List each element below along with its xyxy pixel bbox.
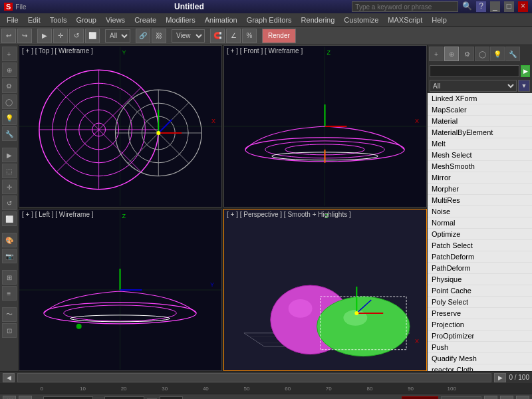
modifier-list-item[interactable]: Mirror xyxy=(428,172,532,184)
modifier-list-item[interactable]: Linked XForm xyxy=(428,93,532,104)
angle-snap-btn[interactable]: ∠ xyxy=(226,29,241,43)
modifier-list-item[interactable]: Melt xyxy=(428,138,532,150)
record-icon[interactable]: ⏺ xyxy=(19,396,32,399)
menu-views[interactable]: Views xyxy=(102,15,129,25)
viewport-top[interactable]: [ + ] [ Top ] [ Wireframe ] X Y xyxy=(19,45,222,207)
menu-maxscript[interactable]: MAXScript xyxy=(384,15,426,25)
schematic-icon[interactable]: ⊡ xyxy=(2,323,17,338)
modifier-list-item[interactable]: Push xyxy=(428,342,532,353)
close-btn[interactable]: × xyxy=(518,1,528,12)
menu-edit[interactable]: Edit xyxy=(24,15,45,25)
filter-select[interactable]: All xyxy=(105,29,130,43)
modifier-list-item[interactable]: PathDeform xyxy=(428,263,532,274)
menu-customize[interactable]: Customize xyxy=(340,15,382,25)
move-btn[interactable]: ✛ xyxy=(53,29,68,43)
undo-btn[interactable]: ↩ xyxy=(1,29,16,43)
view-select[interactable]: View xyxy=(172,29,205,43)
search-icon[interactable]: 🔍 xyxy=(462,1,472,12)
motion-icon[interactable]: ◯ xyxy=(2,94,17,109)
menu-animation[interactable]: Animation xyxy=(201,15,241,25)
menu-group[interactable]: Group xyxy=(72,15,100,25)
render-region-icon[interactable]: 📷 xyxy=(2,249,17,263)
utilities-icon[interactable]: 🔧 xyxy=(2,126,17,141)
prev-frame-btn[interactable]: |◀ xyxy=(484,396,497,399)
modifier-list-item[interactable]: Material xyxy=(428,116,532,127)
modifier-list-item[interactable]: Mesh Select xyxy=(428,150,532,161)
modifier-list-item[interactable]: MultiRes xyxy=(428,195,532,206)
select-btn[interactable]: ▶ xyxy=(37,29,52,43)
y-coord-input[interactable] xyxy=(104,396,144,399)
menu-help[interactable]: Help xyxy=(428,15,451,25)
rp-tab-display[interactable]: 💡 xyxy=(490,47,505,61)
modifier-list-item[interactable]: Quadify Mesh xyxy=(428,353,532,364)
modifier-category-select[interactable]: All xyxy=(430,80,517,92)
menu-create[interactable]: Create xyxy=(130,15,160,25)
search-input[interactable] xyxy=(352,1,458,12)
percent-snap-btn[interactable]: % xyxy=(242,29,257,43)
modifier-search-btn[interactable]: ▶ xyxy=(521,65,530,77)
viewport-left[interactable]: [ + ] [ Left ] [ Wireframe ] Y Z xyxy=(19,209,222,371)
auto-key-btn[interactable]: Auto Key xyxy=(402,396,438,399)
render-btn[interactable]: Render xyxy=(262,29,296,43)
modifier-list-item[interactable]: Poly Select xyxy=(428,297,532,308)
modify-icon[interactable]: ⊕ xyxy=(2,63,17,77)
play-btn[interactable]: ▶ xyxy=(500,396,513,399)
mini-preview-icon[interactable]: 🖼 xyxy=(3,396,16,399)
rp-tab-motion[interactable]: ◯ xyxy=(475,47,489,61)
rp-tab-create[interactable]: + xyxy=(429,47,444,61)
menu-tools[interactable]: Tools xyxy=(46,15,71,25)
layer-icon[interactable]: ≡ xyxy=(2,286,17,301)
create-icon[interactable]: + xyxy=(2,47,17,61)
modifier-dropdown-arrow[interactable]: ▼ xyxy=(518,80,530,92)
modifier-list-item[interactable]: Patch Select xyxy=(428,240,532,251)
select-object-icon[interactable]: ▶ xyxy=(2,148,17,162)
viewport-front[interactable]: [ + ] [ Front ] [ Wireframe ] X Z xyxy=(223,45,427,207)
display-icon[interactable]: 💡 xyxy=(2,110,17,125)
modifier-list-item[interactable]: ProOptimizer xyxy=(428,331,532,342)
align-icon[interactable]: ⊞ xyxy=(2,270,17,285)
modifier-list-item[interactable]: MeshSmooth xyxy=(428,161,532,172)
modifier-list-item[interactable]: MaterialByElement xyxy=(428,127,532,138)
bind-btn[interactable]: ⛓ xyxy=(152,29,166,43)
menu-graph-editors[interactable]: Graph Editors xyxy=(243,15,296,25)
modifier-list-item[interactable]: Physique xyxy=(428,274,532,285)
scale-btn[interactable]: ⬜ xyxy=(85,29,100,43)
timeline-next-btn[interactable]: ▶ xyxy=(494,373,506,382)
timeline-prev-btn[interactable]: ◀ xyxy=(3,373,15,382)
menu-file[interactable]: File xyxy=(3,15,23,25)
x-coord-input[interactable] xyxy=(43,396,93,399)
minimize-btn[interactable]: _ xyxy=(490,1,500,12)
snap-btn[interactable]: 🧲 xyxy=(210,29,225,43)
hierarchy-icon[interactable]: ⚙ xyxy=(2,78,17,93)
help-icon[interactable]: ? xyxy=(476,1,486,12)
modifier-list-item[interactable]: Normal xyxy=(428,217,532,229)
select-region-icon[interactable]: ⬚ xyxy=(2,164,17,178)
modifier-list-item[interactable]: Projection xyxy=(428,319,532,331)
modifier-list-item[interactable]: MapScaler xyxy=(428,104,532,116)
viewport-perspective[interactable]: [ + ] [ Perspective ] [ Smooth + Highlig… xyxy=(223,209,427,371)
modifier-list-item[interactable]: PatchDeform xyxy=(428,251,532,263)
link-btn[interactable]: 🔗 xyxy=(136,29,150,43)
modifier-list-item[interactable]: Optimize xyxy=(428,229,532,240)
modifier-search-input[interactable] xyxy=(430,65,519,77)
timeline-track[interactable] xyxy=(17,373,491,382)
material-icon[interactable]: 🎨 xyxy=(2,233,17,247)
redo-btn[interactable]: ↪ xyxy=(17,29,32,43)
modifier-list-item[interactable]: Morpher xyxy=(428,184,532,195)
modifier-list-item[interactable]: Noise xyxy=(428,206,532,217)
modifier-list-item[interactable]: Preserve xyxy=(428,308,532,319)
modifier-list-item[interactable]: Point Cache xyxy=(428,285,532,297)
modifier-list-item[interactable]: reactor Cloth xyxy=(428,364,532,371)
move-icon[interactable]: ✛ xyxy=(2,180,17,194)
z-coord-input[interactable] xyxy=(160,396,183,399)
rp-tab-modify[interactable]: ⊕ xyxy=(444,47,459,61)
scale-icon[interactable]: ⬜ xyxy=(2,211,17,226)
maximize-btn[interactable]: □ xyxy=(504,1,514,12)
menu-rendering[interactable]: Rendering xyxy=(297,15,339,25)
curve-editor-icon[interactable]: 〜 xyxy=(2,307,17,322)
rotate-btn[interactable]: ↺ xyxy=(69,29,84,43)
menu-modifiers[interactable]: Modifiers xyxy=(162,15,200,25)
modifier-list[interactable]: Linked XFormMapScalerMaterialMaterialByE… xyxy=(428,93,532,371)
rp-tab-hierarchy[interactable]: ⚙ xyxy=(460,47,474,61)
rp-tab-utilities[interactable]: 🔧 xyxy=(505,47,520,61)
